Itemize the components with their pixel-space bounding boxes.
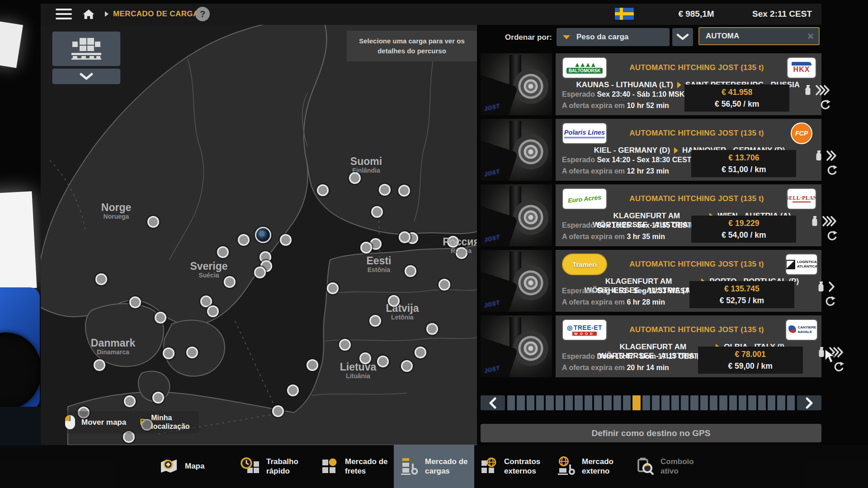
city-dot[interactable] (398, 185, 410, 197)
page-segment-active[interactable] (632, 395, 640, 410)
set-gps-destination-button[interactable]: Definir como destino no GPS (481, 424, 821, 442)
cargo-offer[interactable]: JOST Euro Acres AUTOMATIC HITCHING JOST … (481, 184, 821, 246)
city-dot[interactable] (405, 265, 416, 277)
page-segment[interactable] (681, 395, 689, 410)
page-segment[interactable] (671, 395, 679, 410)
move-map-label: Mover mapa (81, 418, 126, 427)
nav-item-mercado-de-fretes[interactable]: Mercado de fretes (314, 445, 394, 488)
nav-item-trabalho-r-pido[interactable]: Trabalho rápido (235, 445, 316, 488)
city-dot[interactable] (217, 246, 229, 258)
page-segment[interactable] (556, 395, 563, 410)
cargo-offer[interactable]: JOST Trameri AUTOMATIC HITCHING JOST (13… (481, 250, 821, 312)
page-segment[interactable] (748, 395, 756, 410)
my-location-label[interactable]: Minha localização (151, 414, 193, 431)
route-map[interactable]: NorgeNoruegaSverigeSuéciaSuomiFinlândiaE… (41, 25, 477, 445)
page-segment[interactable] (777, 395, 785, 410)
city-dot[interactable] (369, 315, 381, 327)
search-input[interactable] (698, 27, 820, 45)
city-dot[interactable] (147, 216, 159, 228)
cargo-offer[interactable]: JOST TREE-ETWOOD AUTOMATIC HITCHING JOST… (481, 315, 821, 377)
city-dot[interactable] (254, 267, 266, 278)
city-dot[interactable] (379, 184, 391, 196)
page-segment[interactable] (565, 395, 573, 410)
page-segment[interactable] (758, 395, 766, 410)
sort-dropdown[interactable]: Peso da carga (557, 28, 670, 46)
cargo-times: Esperado Dom 15:47 - Dom 17:17 CEST A of… (562, 351, 698, 374)
city-dot[interactable] (317, 184, 329, 196)
page-segment[interactable] (787, 395, 795, 410)
nav-item-mercado-de-cargas[interactable]: Mercado de cargas (394, 445, 474, 488)
page-segment[interactable] (729, 395, 737, 410)
city-dot[interactable] (349, 172, 361, 184)
nav-item-contratos-externos[interactable]: Contratos externos (473, 445, 553, 488)
city-dot[interactable] (360, 242, 372, 253)
page-segment[interactable] (613, 395, 621, 410)
menu-icon[interactable] (56, 9, 72, 20)
city-dot[interactable] (280, 234, 292, 246)
city-dot[interactable] (359, 352, 371, 364)
page-segment[interactable] (507, 395, 515, 410)
city-dot[interactable] (124, 395, 136, 407)
page-segment[interactable] (710, 395, 717, 410)
collapse-panel-button[interactable] (52, 68, 121, 84)
cargo-offer[interactable]: JOST ▲▲▲▲BALTOMORSK AUTOMATIC HITCHING J… (481, 53, 821, 115)
page-segment[interactable] (517, 395, 524, 410)
page-segment[interactable] (700, 395, 708, 410)
page-segment[interactable] (585, 395, 592, 410)
home-icon[interactable] (82, 9, 95, 22)
page-segment[interactable] (739, 395, 746, 410)
city-dot[interactable] (129, 296, 141, 308)
city-dot[interactable] (224, 276, 236, 288)
company-logo-text: Trameri (572, 261, 597, 268)
city-dot[interactable] (339, 339, 351, 351)
nav-item-mapa[interactable]: Mapa (154, 445, 234, 488)
city-dot[interactable] (415, 347, 426, 358)
nav-item-comboio-ativo[interactable]: Comboio ativo (629, 445, 710, 488)
city-dot[interactable] (307, 359, 318, 371)
city-dot[interactable] (186, 347, 198, 358)
city-dot[interactable] (155, 312, 166, 324)
page-segment[interactable] (768, 395, 775, 410)
page-segment[interactable] (719, 395, 727, 410)
clear-search-icon[interactable]: ✕ (807, 31, 814, 42)
page-segment[interactable] (594, 395, 602, 410)
help-button[interactable]: ? (195, 7, 210, 21)
page-segment[interactable] (575, 395, 582, 410)
city-dot[interactable] (439, 279, 450, 291)
city-dot[interactable] (401, 360, 413, 372)
city-dot[interactable] (95, 273, 107, 285)
city-dot[interactable] (371, 206, 383, 218)
page-segment[interactable] (661, 395, 669, 410)
page-segment[interactable] (623, 395, 631, 410)
city-dot[interactable] (94, 359, 105, 371)
page-segment[interactable] (604, 395, 611, 410)
city-dot[interactable] (272, 405, 284, 417)
next-page-button[interactable] (797, 395, 821, 410)
trailer-filter-button[interactable] (52, 31, 121, 66)
recipient-logo: FCP (792, 123, 811, 143)
nav-item-mercado-externo[interactable]: Mercado externo (551, 445, 631, 488)
page-segment[interactable] (527, 395, 534, 410)
city-dot[interactable] (388, 295, 400, 307)
city-dot[interactable] (426, 323, 438, 335)
city-dot[interactable] (152, 392, 164, 404)
city-dot[interactable] (377, 356, 389, 367)
page-segment[interactable] (690, 395, 698, 410)
city-dot[interactable] (447, 236, 459, 248)
recipient-logo: SELL·PLAN (788, 189, 816, 209)
page-segment[interactable] (536, 395, 544, 410)
page-segment[interactable] (546, 395, 553, 410)
city-dot[interactable] (163, 347, 175, 359)
page-segment[interactable] (652, 395, 660, 410)
sort-expand-button[interactable] (672, 28, 693, 46)
sort-value: Peso da carga (576, 33, 628, 42)
city-dot[interactable] (207, 305, 219, 317)
city-dot[interactable] (287, 385, 299, 396)
cargo-offer[interactable]: JOST Polaris Lines AUTOMATIC HITCHING JO… (481, 119, 821, 181)
city-dot[interactable] (327, 282, 339, 294)
city-dot[interactable] (238, 234, 250, 246)
city-dot[interactable] (399, 231, 410, 243)
previous-page-button[interactable] (481, 395, 505, 410)
city-dot[interactable] (456, 247, 467, 259)
page-segment[interactable] (642, 395, 650, 410)
